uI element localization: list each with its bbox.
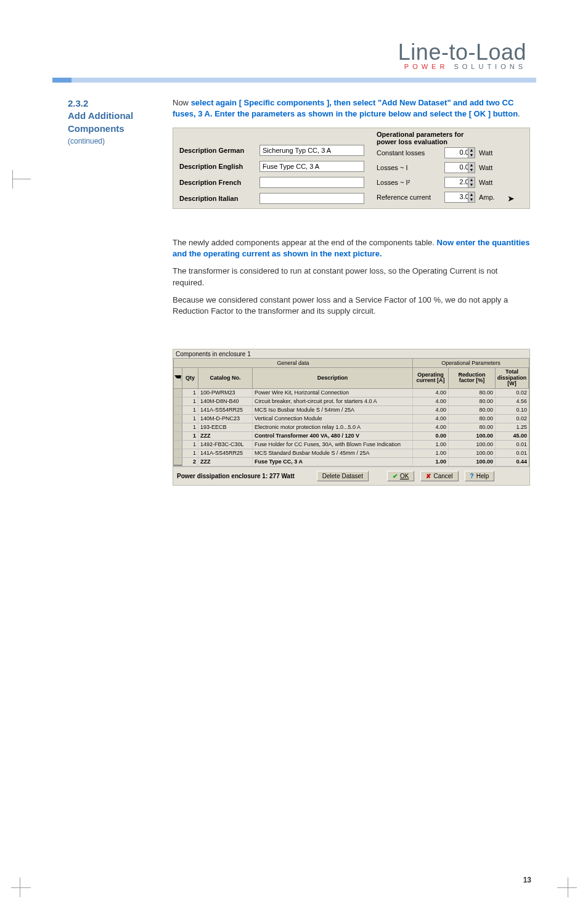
label-losses-i: Losses ~ I (377, 164, 444, 171)
help-icon: ? (470, 473, 474, 479)
row-selector[interactable] (174, 432, 182, 440)
power-dissipation-label: Power dissipation enclosure 1: 277 Watt (177, 473, 295, 479)
col-reduction-factor: Reduction factor [%] (449, 368, 496, 388)
continued-label: (continued) (68, 136, 154, 146)
ops-panel-title: Operational parameters for power loss ev… (377, 131, 475, 145)
cancel-button[interactable]: ✘Cancel (420, 471, 458, 481)
table-row[interactable]: 1100-PWRM23Power Wire Kit, Horizontal Co… (173, 389, 529, 397)
field-reference-current[interactable]: 3.00▲▼ (444, 192, 475, 203)
spinner-icon[interactable]: ▲▼ (468, 192, 475, 202)
crop-mark (11, 887, 31, 888)
col-total-dissipation: Total dissipation [W] (496, 368, 529, 388)
col-qty: Qty (182, 368, 198, 388)
description-fields: Description German Description English D… (179, 144, 364, 208)
col-catalog: Catalog No. (198, 368, 253, 388)
label-desc-french: Description French (179, 179, 259, 186)
spinner-icon[interactable]: ▲▼ (468, 163, 475, 173)
sidebar: 2.3.2 Add Additional Components (continu… (68, 97, 154, 146)
label-desc-english: Description English (179, 163, 259, 170)
field-desc-german[interactable] (259, 145, 364, 156)
table-row[interactable]: 11492-FB3C-C30LFuse Holder for CC Fuses,… (173, 441, 529, 449)
components-table-panel: Components in enclosure 1 General data O… (173, 349, 530, 485)
operational-parameters-dialog: Description German Description English D… (173, 128, 530, 209)
page-number: 13 (523, 876, 531, 884)
table-row[interactable]: 1ZZZControl Transformer 400 VA, 480 / 12… (173, 432, 529, 441)
col-operating-current: Operating current [A] (413, 368, 449, 388)
table-header-row: Qty Catalog No. Description Operating cu… (173, 368, 529, 388)
ok-button[interactable]: ✔OK (387, 471, 414, 481)
close-icon: ✘ (426, 473, 431, 479)
field-desc-italian[interactable] (259, 193, 364, 204)
crop-mark (12, 179, 31, 197)
delete-dataset-button[interactable]: Delete Dataset (317, 471, 369, 481)
row-selector[interactable] (174, 458, 182, 466)
label-reference-current: Reference current (377, 194, 444, 201)
section-number: 2.3.2 (68, 97, 154, 110)
dropdown-icon[interactable] (174, 368, 182, 388)
label-constant-losses: Constant losses (377, 149, 444, 157)
check-icon: ✔ (393, 473, 398, 479)
logo-sub: POWER SOLUTIONS (341, 63, 526, 70)
row-selector[interactable] (174, 423, 182, 431)
body-text: The newly added components appear at the… (173, 237, 530, 317)
col-description: Description (253, 368, 413, 388)
field-losses-i[interactable]: 0.00▲▼ (444, 162, 475, 173)
table-row[interactable]: 1140M-D8N-B40Circuit breaker, short-circ… (173, 397, 529, 406)
row-selector[interactable] (174, 397, 182, 406)
label-desc-german: Description German (179, 147, 259, 154)
logo-main: Line-to-Load (341, 39, 526, 65)
label-desc-italian: Description Italian (179, 195, 259, 202)
logo: Line-to-Load POWER SOLUTIONS (341, 39, 526, 70)
table-footer: Power dissipation enclosure 1: 277 Watt … (173, 467, 529, 485)
crop-mark (557, 887, 577, 888)
header-rule (52, 78, 536, 83)
table-row[interactable]: 2ZZZFuse Type CC, 3 A1.00100.000.44 (173, 458, 529, 467)
content: Now select again [ Specific components ]… (173, 97, 530, 486)
spinner-icon[interactable]: ▲▼ (468, 148, 475, 158)
field-desc-english[interactable] (259, 161, 364, 172)
field-losses-i2[interactable]: 2.00▲▼ (444, 177, 475, 188)
section-title-line1: Add Additional (68, 110, 154, 122)
table-row[interactable]: 1140M-D-PNC23Vertical Connection Module4… (173, 415, 529, 423)
table-row[interactable]: 1141A-SS54RR25MCS Iso Busbar Module S / … (173, 406, 529, 415)
row-selector[interactable] (174, 441, 182, 449)
field-desc-french[interactable] (259, 177, 364, 188)
row-selector[interactable] (174, 406, 182, 414)
section-title-line2: Components (68, 123, 154, 135)
help-button[interactable]: ?Help (465, 471, 495, 481)
row-selector[interactable] (174, 449, 182, 457)
table-header-group: General data Operational Parameters (173, 358, 529, 368)
label-losses-i2: Losses ~ I² (377, 179, 444, 186)
intro-paragraph: Now select again [ Specific components ]… (173, 97, 530, 119)
table-row[interactable]: 1141A-SS45RR25MCS Standard Busbar Module… (173, 449, 529, 458)
enclosure-label: Components in enclosure 1 (173, 349, 529, 358)
spinner-icon[interactable]: ▲▼ (468, 177, 475, 187)
row-selector[interactable] (174, 389, 182, 397)
field-constant-losses[interactable]: 0.00▲▼ (444, 147, 475, 158)
cursor-icon: ➤ (507, 194, 515, 203)
table-body: 1100-PWRM23Power Wire Kit, Horizontal Co… (173, 389, 529, 467)
ops-param-fields: Constant losses0.00▲▼Watt Losses ~ I0.00… (377, 147, 525, 206)
table-row[interactable]: 1193-EECBElectronic motor protection rel… (173, 423, 529, 432)
row-selector[interactable] (174, 415, 182, 423)
